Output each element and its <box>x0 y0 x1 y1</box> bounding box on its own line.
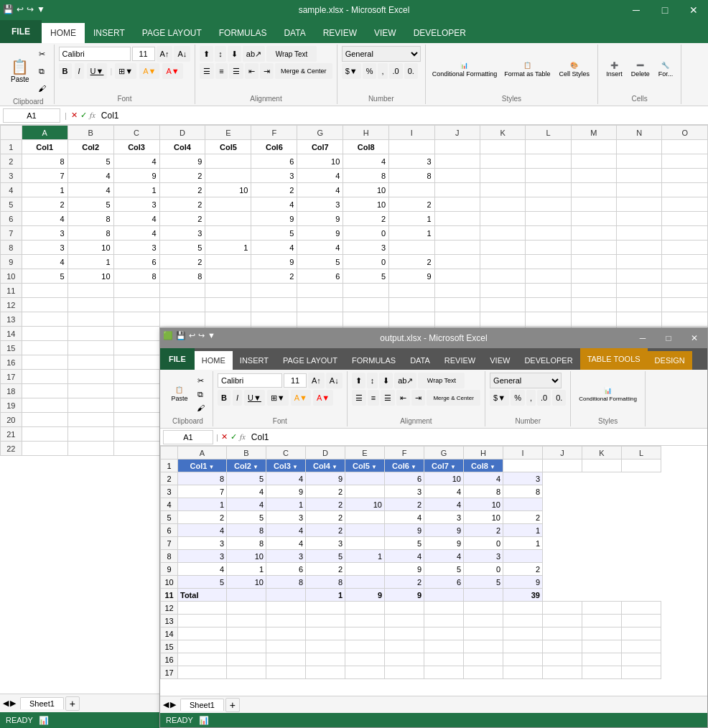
col2-A[interactable]: A <box>178 447 227 459</box>
cell-r5-c3[interactable]: 2 <box>159 197 205 212</box>
tab-formulas[interactable]: FORMULAS <box>210 23 276 43</box>
col2-C[interactable]: C <box>266 447 306 459</box>
increase-decimal-button[interactable]: 0. <box>404 63 418 79</box>
empty-cell-15-7[interactable] <box>464 640 503 653</box>
empty-cell-17-5[interactable] <box>385 666 424 679</box>
cell-r6-c7[interactable]: 2 <box>343 212 389 226</box>
empty-cell-14-7[interactable] <box>464 627 503 640</box>
empty-cell-15-8[interactable] <box>503 640 543 653</box>
cell-r19-c1[interactable] <box>67 398 113 413</box>
cell-r2-c1[interactable]: 5 <box>67 154 113 169</box>
empty-cell-16-2[interactable] <box>266 653 306 666</box>
filter-arrow-col8[interactable]: ▼ <box>490 464 495 470</box>
cell-r10-c6[interactable]: 6 <box>297 269 343 284</box>
cell2-r4-c7[interactable]: 10 <box>464 498 503 511</box>
empty-cell-15-6[interactable] <box>424 640 464 653</box>
cell-r21-c1[interactable] <box>67 427 113 442</box>
empty-cell-16-8[interactable] <box>503 653 543 666</box>
font-name-input-2[interactable] <box>218 373 282 388</box>
cell-r13-c1[interactable] <box>67 312 113 327</box>
cond-format-button-2[interactable]: 📊 Conditional Formatting <box>575 378 640 411</box>
cell-r8-c9[interactable] <box>434 241 480 255</box>
cell-r8-c10[interactable] <box>480 241 525 255</box>
decrease-indent-button[interactable]: ⇤ <box>245 63 258 79</box>
cell2-r2-c8[interactable]: 3 <box>503 472 543 485</box>
cell-r7-c4[interactable] <box>205 226 251 241</box>
cell-r12-c13[interactable] <box>617 298 662 312</box>
empty-cell-17-0[interactable] <box>178 666 227 679</box>
undo-icon[interactable]: ↩ <box>17 4 24 14</box>
inc-indent-2[interactable]: ⇥ <box>411 390 425 406</box>
table-header-col2[interactable]: Col2▼ <box>227 459 266 472</box>
formula-input-2[interactable] <box>248 432 704 442</box>
empty-cell-14-0[interactable] <box>178 627 227 640</box>
currency-button[interactable]: $▼ <box>342 63 361 79</box>
cell-r3-c13[interactable] <box>617 169 662 183</box>
empty-cell-15-2[interactable] <box>266 640 306 653</box>
cell-r2-c10[interactable] <box>480 154 525 169</box>
cell-r7-c6[interactable]: 9 <box>297 226 343 241</box>
filter-arrow-col1[interactable]: ▼ <box>208 464 214 470</box>
cell-r2-c9[interactable] <box>434 154 480 169</box>
cell-r15-c1[interactable] <box>67 341 113 355</box>
cell-r7-c0[interactable]: 3 <box>22 226 67 241</box>
cell-r3-c14[interactable] <box>662 169 708 183</box>
save-btn-2[interactable]: 💾 <box>176 331 186 340</box>
cell-r9-c13[interactable] <box>617 255 662 269</box>
cell-r11-c6[interactable] <box>297 284 343 298</box>
tab-review[interactable]: REVIEW <box>315 23 365 43</box>
cell-r10-c4[interactable] <box>205 269 251 284</box>
cell-r22-c0[interactable] <box>22 442 67 456</box>
cell-r5-c10[interactable] <box>480 197 525 212</box>
cell-r3-c4[interactable] <box>205 169 251 183</box>
copy-button[interactable]: ⧉ <box>34 63 50 79</box>
col2-I[interactable]: I <box>503 447 543 459</box>
cell-r1-c0[interactable]: Col1 <box>22 140 67 154</box>
cell-r9-c10[interactable] <box>480 255 525 269</box>
copy-button-2[interactable]: ⧉ <box>193 388 208 401</box>
format-as-table-button[interactable]: 📋 Format as Table <box>500 51 554 88</box>
cell2-r3-c7[interactable]: 8 <box>464 485 503 498</box>
dec-decimal-2[interactable]: .0 <box>537 390 551 406</box>
cell2-r3-c6[interactable]: 4 <box>424 485 464 498</box>
cell-r1-c4[interactable]: Col5 <box>205 140 251 154</box>
cell-r4-c0[interactable]: 1 <box>22 183 67 197</box>
tab2-developer[interactable]: DEVELOPER <box>517 351 579 370</box>
cell2-r8-c3[interactable]: 5 <box>306 550 345 563</box>
cell-r4-c3[interactable]: 2 <box>159 183 205 197</box>
cell2-r5-c2[interactable]: 3 <box>266 511 306 524</box>
align-middle-button[interactable]: ↕ <box>215 46 226 62</box>
cell-r18-c2[interactable] <box>113 384 159 398</box>
format-cells-button[interactable]: 🔧 For... <box>655 51 677 88</box>
cell-r2-c11[interactable] <box>526 154 571 169</box>
align-center-button[interactable]: ≡ <box>215 63 227 79</box>
col-header-K[interactable]: K <box>480 126 525 140</box>
cell-r10-c1[interactable]: 10 <box>67 269 113 284</box>
cell-r4-c6[interactable]: 4 <box>297 183 343 197</box>
cell-r15-c0[interactable] <box>22 341 67 355</box>
cell-r14-c0[interactable] <box>22 327 67 341</box>
cell-r12-c0[interactable] <box>22 298 67 312</box>
cell-r2-c14[interactable] <box>662 154 708 169</box>
cell2-r2-c2[interactable]: 4 <box>266 472 306 485</box>
cell-r13-c7[interactable] <box>343 312 389 327</box>
cell-r9-c6[interactable]: 5 <box>297 255 343 269</box>
cell-r12-c8[interactable] <box>389 298 434 312</box>
customize-icon[interactable]: ▼ <box>37 4 45 14</box>
orient-2[interactable]: ab↗ <box>394 373 416 388</box>
empty-cell-13-11[interactable] <box>622 615 661 627</box>
cell-r12-c10[interactable] <box>480 298 525 312</box>
cell-r4-c4[interactable]: 10 <box>205 183 251 197</box>
cell-r13-c5[interactable] <box>251 312 297 327</box>
cell-r9-c5[interactable]: 9 <box>251 255 297 269</box>
cell2-r8-c7[interactable]: 3 <box>464 550 503 563</box>
cell-r5-c13[interactable] <box>617 197 662 212</box>
empty-cell-16-3[interactable] <box>306 653 345 666</box>
cell2-r8-c2[interactable]: 3 <box>266 550 306 563</box>
cell-r7-c14[interactable] <box>662 226 708 241</box>
cell-r8-c5[interactable]: 4 <box>251 241 297 255</box>
cell2-r3-c1[interactable]: 4 <box>227 485 266 498</box>
cell-r11-c0[interactable] <box>22 284 67 298</box>
tab-insert[interactable]: INSERT <box>85 23 134 43</box>
empty-cell-12-10[interactable] <box>582 602 622 615</box>
